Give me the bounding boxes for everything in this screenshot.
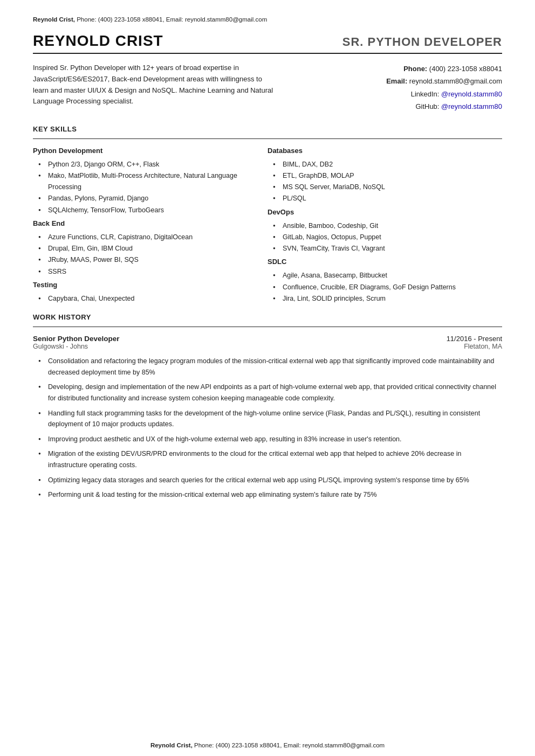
summary-text: Inspired Sr. Python Developer with 12+ y… (33, 63, 277, 113)
top-bar: Reynold Crist, Phone: (400) 223-1058 x88… (33, 16, 502, 23)
job-company-location: Gulgowski - JohnsFletaton, MA (33, 343, 502, 350)
skill-item: Ansible, Bamboo, Codeship, Git (273, 220, 502, 232)
bottombar-phone-label: Phone: (194, 742, 214, 748)
job-duty: Developing, design and implementation of… (38, 382, 502, 404)
skill-item: JRuby, MAAS, Power BI, SQS (38, 254, 268, 266)
skill-item: PL/SQL (273, 193, 502, 204)
bottombar-email-label: Email: (284, 742, 301, 748)
skill-item: Agile, Asana, Basecamp, Bitbucket (273, 270, 502, 281)
job-dates: 11/2016 - Present (447, 335, 502, 343)
contact-linkedin: LinkedIn: @reynold.stamm80 (296, 88, 502, 100)
skill-category-title: Databases (268, 147, 502, 155)
job-duty: Handling full stack programming tasks fo… (38, 408, 502, 430)
contact-phone-value: (400) 223-1058 x88041 (429, 65, 502, 73)
skill-category-title: SDLC (268, 258, 502, 266)
candidate-title: SR. PYTHON DEVELOPER (342, 35, 502, 49)
name-title-row: REYNOLD CRIST SR. PYTHON DEVELOPER (33, 32, 502, 50)
job-duty: Consolidation and refactoring the legacy… (38, 356, 502, 378)
skill-category-0: DatabasesBIML, DAX, DB2ETL, GraphDB, MOL… (268, 147, 502, 205)
skill-item: Pandas, Pylons, Pyramid, Django (38, 193, 268, 204)
contact-email: Email: reynold.stamm80@gmail.com (296, 75, 502, 87)
skill-list: BIML, DAX, DB2ETL, GraphDB, MOLAPMS SQL … (268, 159, 502, 205)
skill-category-title: Testing (33, 281, 268, 289)
work-header: Senior Python Developer11/2016 - Present (33, 335, 502, 343)
job-company: Gulgowski - Johns (33, 343, 88, 350)
work-entry-0: Senior Python Developer11/2016 - Present… (33, 335, 502, 501)
bottombar-phone: (400) 223-1058 x88041, (216, 742, 282, 748)
bottombar-email: reynold.stamm80@gmail.com (303, 742, 385, 748)
skill-category-title: Python Development (33, 147, 268, 155)
contact-phone-label: Phone: (403, 65, 427, 73)
contact-linkedin-link[interactable]: @reynold.stamm80 (441, 90, 502, 98)
skill-list: Python 2/3, Django ORM, C++, FlaskMako, … (33, 159, 268, 216)
skill-category-title: Back End (33, 219, 268, 227)
skill-item: SSRS (38, 266, 268, 278)
topbar-name: Reynold Crist, (33, 16, 75, 23)
skill-list: Agile, Asana, Basecamp, BitbucketConflue… (268, 270, 502, 304)
job-title: Senior Python Developer (33, 335, 120, 343)
job-duty: Migration of the existing DEV/USR/PRD en… (38, 448, 502, 470)
contact-linkedin-label: LinkedIn: (411, 90, 440, 98)
skill-item: ETL, GraphDB, MOLAP (273, 170, 502, 182)
work-divider (33, 327, 502, 327)
skill-list: Azure Functions, CLR, Capistrano, Digita… (33, 232, 268, 278)
skill-item: SQLAlchemy, TensorFlow, TurboGears (38, 205, 268, 216)
skills-right-col: DatabasesBIML, DAX, DB2ETL, GraphDB, MOL… (268, 147, 502, 308)
header-divider (33, 53, 502, 54)
skill-category-title: DevOps (268, 208, 502, 216)
skill-item: Mako, MatPlotlib, Multi-Process Architec… (38, 170, 268, 193)
job-duties: Consolidation and refactoring the legacy… (33, 356, 502, 501)
topbar-email-label: Email: (166, 16, 183, 23)
contact-github: GitHub: @reynold.stamm80 (296, 100, 502, 113)
skills-left-col: Python DevelopmentPython 2/3, Django ORM… (33, 147, 268, 308)
skill-item: Jira, Lint, SOLID principles, Scrum (273, 293, 502, 304)
skill-item: Capybara, Chai, Unexpected (38, 293, 268, 304)
topbar-phone-label: Phone: (77, 16, 96, 23)
contact-github-label: GitHub: (415, 102, 439, 110)
contact-info: Phone: (400) 223-1058 x88041 Email: reyn… (296, 63, 502, 113)
topbar-phone: (400) 223-1058 x88041, (98, 16, 164, 23)
skill-item: MS SQL Server, MariaDB, NoSQL (273, 182, 502, 193)
skill-item: Drupal, Elm, Gin, IBM Cloud (38, 243, 268, 254)
skill-category-2: TestingCapybara, Chai, Unexpected (33, 281, 268, 304)
bottom-bar: Reynold Crist, Phone: (400) 223-1058 x88… (0, 736, 535, 756)
skill-category-1: Back EndAzure Functions, CLR, Capistrano… (33, 219, 268, 278)
skill-list: Capybara, Chai, Unexpected (33, 293, 268, 304)
job-location: Fletaton, MA (464, 343, 502, 350)
job-duty: Optimizing legacy data storages and sear… (38, 475, 502, 486)
contact-email-value: reynold.stamm80@gmail.com (409, 77, 502, 85)
job-duty: Performing unit & load testing for the m… (38, 489, 502, 501)
skill-category-0: Python DevelopmentPython 2/3, Django ORM… (33, 147, 268, 216)
topbar-email: reynold.stamm80@gmail.com (185, 16, 267, 23)
contact-phone: Phone: (400) 223-1058 x88041 (296, 63, 502, 75)
skill-item: BIML, DAX, DB2 (273, 159, 502, 170)
skill-item: Confluence, Crucible, ER Diagrams, GoF D… (273, 282, 502, 293)
skills-divider (33, 138, 502, 139)
skills-grid: Python DevelopmentPython 2/3, Django ORM… (33, 147, 502, 308)
contact-email-label: Email: (386, 77, 407, 85)
candidate-name: REYNOLD CRIST (33, 32, 163, 50)
bottombar-name: Reynold Crist, (150, 742, 193, 748)
summary-contact-section: Inspired Sr. Python Developer with 12+ y… (33, 63, 502, 113)
skill-category-2: SDLCAgile, Asana, Basecamp, BitbucketCon… (268, 258, 502, 304)
work-history-container: Senior Python Developer11/2016 - Present… (33, 335, 502, 501)
job-duty: Improving product aesthetic and UX of th… (38, 434, 502, 445)
skill-category-1: DevOpsAnsible, Bamboo, Codeship, GitGitL… (268, 208, 502, 255)
contact-github-link[interactable]: @reynold.stamm80 (441, 102, 502, 110)
skill-item: Python 2/3, Django ORM, C++, Flask (38, 159, 268, 170)
skill-item: SVN, TeamCity, Travis CI, Vagrant (273, 243, 502, 254)
skill-list: Ansible, Bamboo, Codeship, GitGitLab, Na… (268, 220, 502, 255)
skills-section-title: KEY SKILLS (33, 125, 502, 133)
work-history-section-title: WORK HISTORY (33, 313, 502, 321)
skill-item: GitLab, Nagios, Octopus, Puppet (273, 232, 502, 243)
skill-item: Azure Functions, CLR, Capistrano, Digita… (38, 232, 268, 243)
